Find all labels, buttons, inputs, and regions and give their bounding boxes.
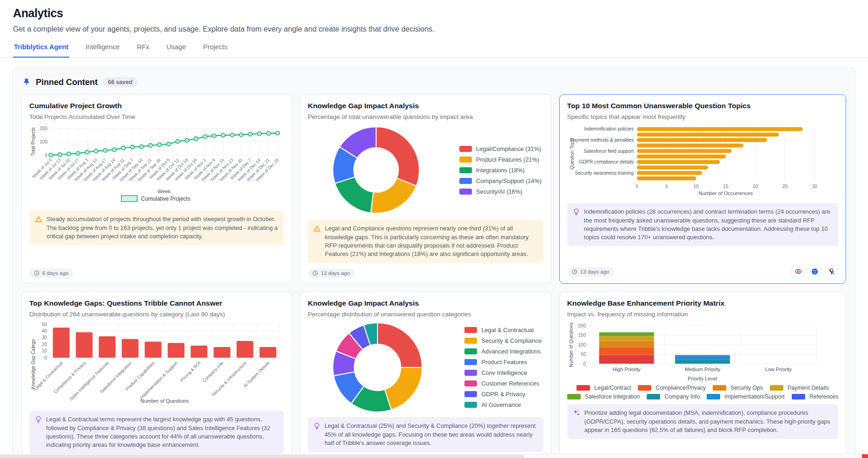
card-title: Knowledge Base Enhancement Priority Matr… (567, 299, 838, 308)
legend-item: Integrations (18%) (459, 167, 542, 174)
card-top-knowledge-gaps[interactable]: Top Knowledge Gaps: Questions Tribble Ca… (21, 292, 292, 458)
svg-text:Implementation & Support: Implementation & Support (139, 360, 179, 400)
svg-text:30: 30 (812, 184, 817, 189)
svg-text:30: 30 (42, 335, 47, 340)
insight-text: Legal and Compliance questions represent… (325, 224, 538, 258)
svg-text:Cumulative Projects: Cumulative Projects (141, 196, 191, 202)
svg-text:Low Priority: Low Priority (765, 366, 792, 372)
unpin-button[interactable] (825, 265, 838, 278)
insight-text: Legal & Contractual terms represent the … (46, 415, 278, 449)
svg-text:Knowledge Gap Catego: Knowledge Gap Catego (31, 339, 36, 390)
legend-item: GDPR & Privacy (464, 391, 541, 398)
tab-tribblytics-agent[interactable]: Tribblytics Agent (13, 43, 69, 58)
svg-text:Number of Questions: Number of Questions (140, 398, 189, 404)
legend-item: Salesforce Integration (567, 393, 640, 400)
insight-text: Steady accumulation of projects througho… (46, 215, 278, 240)
lightbulb-icon (313, 422, 320, 447)
tab-bar: Tribblytics Agent Intelligence RFx Usage… (0, 43, 868, 58)
card-title: Cumulative Project Growth (29, 101, 284, 110)
legend-item: Legal/Compliance (31%) (459, 145, 542, 152)
legend-item: Product Features (21%) (459, 156, 542, 163)
card-subtitle: Total Projects Accumulated Over Time (29, 113, 284, 120)
legend-item: Implementation/Support (707, 393, 784, 400)
clock-icon (572, 269, 577, 275)
card-cumulative-project-growth[interactable]: Cumulative Project Growth Total Projects… (21, 94, 292, 284)
tab-intelligence[interactable]: Intelligence (85, 43, 120, 57)
insight-box: Legal & Contractual (25%) and Security &… (308, 417, 543, 451)
view-button[interactable] (791, 265, 805, 278)
tab-projects[interactable]: Projects (202, 43, 228, 57)
svg-text:150: 150 (578, 333, 586, 338)
card-subtitle: Impact vs. frequency of missing informat… (567, 311, 838, 318)
palette-icon (811, 268, 818, 275)
svg-text:High Priority: High Priority (613, 366, 641, 372)
pinned-content-panel: Pinned Content 66 saved Cumulative Proje… (12, 67, 855, 458)
insight-box: Legal and Compliance questions represent… (308, 220, 543, 263)
question-topics-barh-chart: 051015202530Indemnification policiesPaym… (567, 124, 822, 199)
insight-box: Prioritize adding legal documentation (M… (567, 404, 838, 438)
insights-button[interactable] (808, 265, 822, 278)
card-subtitle: Percentage distribution of unanswered qu… (308, 311, 543, 318)
svg-text:Question Topic: Question Topic (570, 138, 575, 170)
clock-icon (34, 270, 40, 276)
svg-text:GDPR compliance details: GDPR compliance details (579, 160, 634, 165)
svg-text:50: 50 (581, 352, 586, 357)
pin-off-icon (828, 268, 835, 275)
card-subtitle: Distribution of 264 unanswerable questio… (29, 311, 284, 318)
svg-text:100: 100 (578, 342, 586, 347)
legend-item: Conv Intelligence (464, 369, 541, 376)
svg-text:Number of Questions: Number of Questions (569, 322, 574, 367)
legend-item: Security Ops (713, 385, 763, 391)
warning-icon (35, 216, 42, 240)
card-top-10-unanswerable-topics[interactable]: Top 10 Most Common Unanswerable Question… (559, 94, 846, 284)
page-subtitle: Get a complete view of your agents, proj… (13, 25, 855, 33)
clock-icon (312, 270, 318, 276)
svg-text:50: 50 (42, 322, 47, 327)
legend-item: Payment Details (770, 385, 829, 391)
timestamp-badge: 13 days ago (308, 268, 355, 278)
legend-item: Customer References (464, 380, 541, 387)
card-title: Knowledge Gap Impact Analysis (308, 299, 543, 308)
card-title: Top Knowledge Gaps: Questions Tribble Ca… (29, 299, 284, 308)
tab-usage[interactable]: Usage (166, 43, 187, 57)
svg-text:0: 0 (636, 184, 638, 189)
card-subtitle: Percentage of total unanswerable questio… (308, 113, 543, 120)
svg-text:15: 15 (723, 184, 729, 189)
legend-item: Security & Compliance (464, 337, 541, 344)
legend-item: Company Info (647, 393, 700, 400)
svg-text:5: 5 (665, 184, 668, 189)
svg-text:Pricing & ROI: Pricing & ROI (179, 360, 201, 383)
card-subtitle: Specific topics that appear most frequen… (567, 113, 838, 120)
eye-icon (795, 268, 802, 275)
card-priority-matrix[interactable]: Knowledge Base Enhancement Priority Matr… (559, 292, 846, 458)
tab-rfx[interactable]: RFx (136, 43, 150, 57)
svg-text:0: 0 (44, 355, 47, 360)
legend-item: Company/Support (14%) (459, 177, 542, 184)
pinned-cards-grid: Cumulative Project Growth Total Projects… (21, 94, 846, 458)
svg-text:10: 10 (42, 348, 47, 353)
horizontal-scrollbar[interactable] (0, 454, 868, 458)
svg-text:Salesforce field support: Salesforce field support (583, 149, 634, 154)
svg-text:200: 200 (578, 323, 586, 328)
page-header: Analytics Get a complete view of your ag… (0, 0, 868, 33)
saved-count-badge: 66 saved (103, 77, 138, 87)
timestamp-text: 13 days ago (321, 270, 350, 276)
scrollbar-thumb[interactable] (0, 455, 524, 458)
insight-box: Legal & Contractual terms represent the … (29, 411, 284, 454)
svg-text:Priority Level: Priority Level (688, 376, 717, 381)
question-categories-donut-chart: Legal & ContractualSecurity & Compliance… (308, 322, 543, 413)
knowledge-gaps-bar-chart: 01020304050Legal & ContractualCompliance… (29, 322, 284, 406)
card-knowledge-gap-impact-analysis[interactable]: Knowledge Gap Impact Analysis Percentage… (300, 94, 551, 284)
legend-item: Legal/Contract (576, 385, 631, 391)
legend-item: Product Features (464, 359, 541, 366)
priority-matrix-stacked-chart: 050100150200High PriorityMedium Priority… (567, 322, 838, 400)
svg-text:0: 0 (45, 153, 47, 158)
impact-area-donut-chart: Legal/Compliance (31%)Product Features (… (308, 124, 543, 216)
svg-text:Sales Intelligence Features: Sales Intelligence Features (68, 360, 110, 402)
insight-box: Steady accumulation of projects througho… (29, 210, 284, 245)
timestamp-badge: 6 days ago (29, 268, 73, 278)
card-knowledge-gap-impact-analysis-2[interactable]: Knowledge Gap Impact Analysis Percentage… (300, 292, 551, 458)
svg-text:25: 25 (782, 184, 788, 189)
svg-text:Total Projects: Total Projects (31, 127, 36, 156)
svg-text:Security awareness training: Security awareness training (575, 170, 634, 176)
